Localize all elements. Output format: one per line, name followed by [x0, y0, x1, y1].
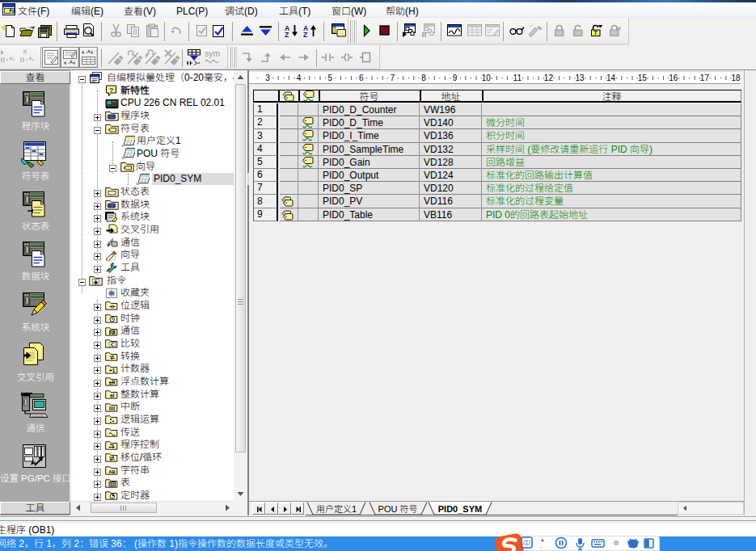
- svg-text:18: 18: [731, 74, 741, 82]
- svg-text:14: 14: [606, 74, 616, 82]
- svg-text:13: 13: [575, 74, 585, 82]
- svg-text:,: ,: [540, 542, 542, 549]
- svg-text:16: 16: [669, 74, 678, 82]
- svg-text:T: T: [593, 30, 598, 36]
- svg-text:7: 7: [391, 74, 395, 82]
- svg-text:6: 6: [359, 74, 364, 82]
- svg-text:11: 11: [513, 74, 522, 82]
- svg-text:4: 4: [297, 74, 302, 82]
- svg-text:中: 中: [523, 539, 531, 548]
- svg-text:+1: +1: [109, 368, 116, 373]
- svg-text:15: 15: [638, 74, 648, 82]
- svg-text:10: 10: [482, 74, 492, 82]
- svg-text:5: 5: [327, 74, 332, 82]
- svg-text:12: 12: [544, 74, 554, 82]
- svg-text:8: 8: [421, 74, 426, 82]
- svg-text:±R: ±R: [108, 380, 116, 385]
- svg-text:PID0_SYM: PID0_SYM: [438, 504, 482, 514]
- svg-text:±I: ±I: [110, 393, 115, 398]
- svg-text:用户定义1: 用户定义1: [316, 504, 357, 514]
- svg-text:Z: Z: [285, 31, 289, 38]
- svg-text:AB: AB: [108, 469, 116, 474]
- svg-text:sym: sym: [205, 48, 221, 58]
- svg-text:3: 3: [265, 74, 270, 82]
- svg-text:Z: Z: [303, 31, 307, 38]
- svg-text:17: 17: [700, 74, 710, 82]
- svg-text:9: 9: [453, 74, 458, 82]
- svg-text:?: ?: [109, 86, 114, 95]
- svg-text:POU 符号: POU 符号: [378, 504, 418, 514]
